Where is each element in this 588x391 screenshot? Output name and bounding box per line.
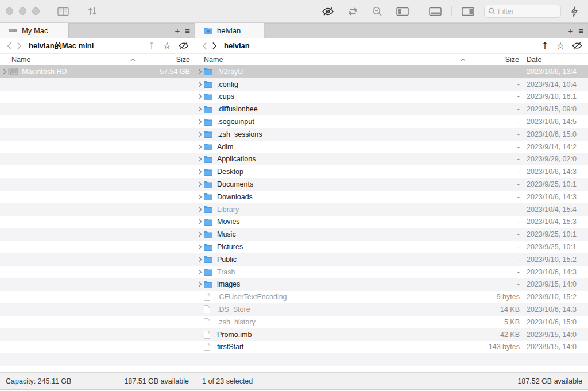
disclosure-chevron-icon[interactable] [195,219,203,224]
table-row[interactable]: .zsh_sessions-2023/10/6, 15:0 [195,128,588,141]
hidden-files-pane-button[interactable] [571,41,583,50]
table-row[interactable]: images-2023/9/15, 14:0 [195,278,588,291]
table-row[interactable]: .cups-2023/9/10, 16:1 [195,91,588,103]
toggle-left-panel-button[interactable] [392,5,413,18]
table-row[interactable]: Music-2023/9/25, 10:1 [195,228,588,241]
eye-slash-icon [572,41,582,50]
tab-heivian[interactable]: heivian [195,23,264,38]
file-name: Macintosh HD [22,68,140,76]
file-size: - [470,193,523,201]
file-size: 57.54 GB [140,68,195,76]
right-file-pane: Name Size Date .V2rayU-2023/10/6, 13:4.c… [195,54,588,372]
transfer-queue-button[interactable] [83,4,102,18]
minimize-window-button[interactable] [19,7,26,15]
table-row[interactable]: Movies-2023/10/4, 15:3 [195,216,588,229]
status-bar: Capacity: 245.11 GB 187.51 GB available … [0,372,588,389]
table-row[interactable]: Documents-2023/9/25, 10:1 [195,178,588,191]
new-tab-button[interactable]: + [175,26,180,35]
table-row[interactable]: Library-2023/10/4, 15:4 [195,203,588,216]
table-row[interactable]: Pictures-2023/9/25, 10:1 [195,241,588,253]
home-folder-icon [203,27,213,34]
filter-input[interactable] [498,7,557,16]
table-row[interactable]: Macintosh HD57.54 GB [0,65,195,78]
go-parent-button[interactable]: ↑ [146,41,156,51]
table-row[interactable]: .DS_Store14 KB2023/10/6, 14:3 [195,303,588,316]
toggle-hidden-files-button[interactable] [318,5,338,18]
disclosure-chevron-icon[interactable] [195,281,203,287]
file-name: .config [217,80,470,88]
table-row[interactable]: Desktop-2023/10/6, 14:3 [195,165,588,178]
toggle-bottom-panel-button[interactable] [425,5,446,18]
file-name: Pictures [217,243,470,251]
folder-sync-button[interactable] [343,5,362,18]
dual-pane-view-button[interactable] [53,5,73,18]
disclosure-chevron-icon[interactable] [195,231,203,237]
file-list[interactable]: .V2rayU-2023/10/6, 13:4.config-2023/9/14… [195,65,588,372]
zoom-out-button[interactable] [368,4,386,19]
disclosure-chevron-icon[interactable] [195,106,203,112]
file-name: .sogouinput [217,118,470,126]
file-date: 2023/9/10, 16:1 [523,92,588,100]
toggle-right-panel-button[interactable] [458,5,478,18]
disclosure-chevron-icon[interactable] [0,69,8,75]
table-row[interactable]: .config-2023/9/14, 10:4 [195,78,588,91]
forward-button[interactable] [210,41,219,51]
table-row[interactable]: .sogouinput-2023/10/6, 14:5 [195,115,588,128]
table-row[interactable]: .CFUserTextEncoding9 bytes2023/9/10, 15:… [195,291,588,303]
table-row[interactable]: Trash-2023/10/6, 14:3 [195,266,588,278]
dual-pane-view-icon [57,6,69,17]
close-window-button[interactable] [6,7,13,15]
disclosure-chevron-icon[interactable] [195,69,203,75]
file-name: .zsh_sessions [217,130,470,138]
left-status: Capacity: 245.11 GB 187.51 GB available [0,373,195,389]
tab-menu-button[interactable]: ≡ [578,26,583,35]
disclosure-chevron-icon[interactable] [195,131,203,137]
forward-button[interactable] [14,41,24,51]
column-header-name[interactable]: Name [195,54,470,65]
disclosure-chevron-icon[interactable] [195,194,203,200]
disclosure-chevron-icon[interactable] [195,269,203,275]
go-parent-button[interactable]: ↑ [540,41,550,51]
back-button[interactable] [5,41,14,51]
favorites-button[interactable]: ☆ [555,41,566,51]
table-row[interactable]: firstStart143 bytes2023/9/15, 14:0 [195,341,588,354]
disclosure-chevron-icon[interactable] [195,94,203,99]
table-row[interactable]: Applications-2023/9/29, 02:0 [195,153,588,166]
disclosure-chevron-icon[interactable] [195,244,203,250]
table-row[interactable]: Public-2023/9/10, 15:2 [195,253,588,266]
column-header-size[interactable]: Size [140,54,195,65]
column-header-size[interactable]: Size [470,54,523,65]
tab-my-mac[interactable]: My Mac [0,23,69,38]
table-row[interactable]: .zsh_history5 KB2023/10/6, 15:0 [195,316,588,328]
disclosure-chevron-icon[interactable] [195,169,203,175]
table-row[interactable]: .diffusionbee-2023/9/15, 09:0 [195,103,588,115]
hidden-files-pane-button[interactable] [177,41,190,50]
disclosure-chevron-icon[interactable] [195,144,203,150]
back-button[interactable] [200,41,210,51]
table-row[interactable]: Downloads-2023/10/6, 14:3 [195,191,588,203]
file-name: .diffusionbee [217,105,470,113]
disclosure-chevron-icon[interactable] [195,119,203,125]
disclosure-chevron-icon[interactable] [195,156,203,162]
column-header-date[interactable]: Date [523,54,588,65]
folder-icon [203,255,217,263]
table-row[interactable]: .V2rayU-2023/10/6, 13:4 [195,65,588,78]
favorites-button[interactable]: ☆ [162,41,172,51]
file-list[interactable]: Macintosh HD57.54 GB [0,65,195,372]
disclosure-chevron-icon[interactable] [195,207,203,212]
column-header-name[interactable]: Name [0,54,140,65]
tab-menu-button[interactable]: ≡ [185,26,190,35]
table-row[interactable]: Promo.imb42 KB2023/9/15, 14:0 [195,328,588,341]
quick-actions-button[interactable] [567,4,582,19]
filter-field[interactable] [484,5,561,18]
table-row[interactable]: Adlm-2023/9/14, 14:2 [195,141,588,153]
disclosure-chevron-icon[interactable] [195,257,203,262]
zoom-window-button[interactable] [32,7,40,15]
sort-transfer-icon [87,6,98,17]
new-tab-button[interactable]: + [568,26,573,35]
disclosure-chevron-icon[interactable] [195,82,203,87]
column-headers: Name Size [0,54,195,65]
drive-icon [8,68,22,75]
file-date: 2023/10/6, 15:0 [523,318,588,326]
disclosure-chevron-icon[interactable] [195,181,203,187]
